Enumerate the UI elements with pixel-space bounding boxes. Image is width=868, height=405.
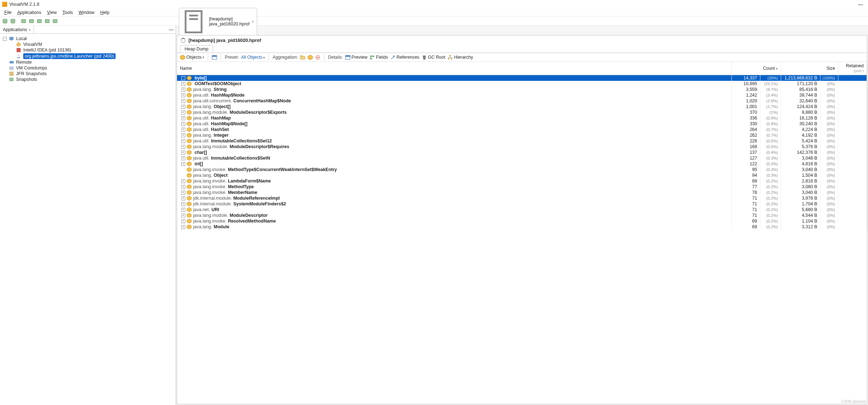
table-row[interactable]: +jdk.internal.module.SystemModuleFinders… [177,201,867,207]
expand-toggle[interactable]: + [181,111,185,114]
toolbar-btn-7[interactable] [52,18,59,25]
column-name[interactable]: Name [177,62,732,75]
expand-toggle[interactable]: + [181,191,185,195]
table-row[interactable]: +java.lang.module.ModuleDescriptor$Expor… [177,109,867,115]
heapdump-subtab[interactable]: Heap Dump [180,45,213,53]
close-icon[interactable]: × [252,19,254,24]
menu-view[interactable]: View [44,9,60,16]
aggregation-class-button[interactable] [300,55,305,60]
expand-toggle[interactable]: + [181,185,185,189]
tree-node[interactable]: VM Coredumps [1,65,174,71]
details-fields-button[interactable]: Fields [369,55,388,60]
expand-toggle[interactable]: + [181,122,185,126]
menu-file[interactable]: File [1,9,14,16]
expand-toggle[interactable]: + [181,128,185,132]
details-hierarchy-button[interactable]: Hierarchy [447,55,473,60]
column-size[interactable]: Size [781,62,838,75]
table-row[interactable]: +java.lang.invoke.MethodType77(0.2%)3,08… [177,184,867,190]
tree-node[interactable]: JFR Snapshots [1,71,174,77]
collapse-panel-button[interactable]: — [167,27,176,32]
menu-help[interactable]: Help [97,9,112,16]
tree-node[interactable]: -Local [1,36,174,42]
expand-toggle[interactable]: - [181,76,185,80]
expand-toggle[interactable]: + [181,219,185,223]
aggregation-none-button[interactable] [315,55,320,60]
menu-applications[interactable]: Applications [14,9,44,16]
table-row[interactable]: +java.util.ImmutableCollections$Set12226… [177,138,867,144]
tree-node[interactable]: Snapshots [1,77,174,82]
table-row[interactable]: +java.util.HashMap$Node1,242(3.4%)39,744… [177,92,867,98]
expand-toggle[interactable]: + [181,93,185,97]
tree-node[interactable]: VisualVM [1,42,174,47]
expand-toggle[interactable]: + [181,156,185,160]
menu-window[interactable]: Window [76,9,97,16]
table-row[interactable]: +java.util.concurrent.ConcurrentHashMap$… [177,98,867,104]
table-row[interactable]: +java.util.ImmutableCollections$SetN127(… [177,155,867,161]
table-row[interactable]: +int[]122(0.3%)4,816 B(0%) [177,161,867,167]
applications-tab[interactable]: Applications × [0,26,34,33]
menu-tools[interactable]: Tools [59,9,75,16]
toolbar-btn-5[interactable] [36,18,43,25]
expand-toggle[interactable]: + [181,116,185,120]
table-row[interactable]: +java.lang.invoke.LambdaForm$Name88(0.2%… [177,178,867,184]
expand-toggle[interactable]: + [181,202,185,206]
table-row[interactable]: +java.net.URI71(0.2%)5,680 B(0%) [177,207,867,213]
objects-table[interactable]: Name Count ▾ Size Retained (sort t -byte… [177,62,867,404]
expand-toggle[interactable]: + [181,225,185,229]
column-count[interactable]: Count ▾ [732,62,781,75]
expand-toggle[interactable]: + [181,145,185,149]
expand-toggle[interactable]: + [181,99,185,103]
aggregation-package-button[interactable] [308,55,313,60]
toolbar-btn-2[interactable] [9,18,16,25]
toolbar-btn-1[interactable] [1,18,9,25]
expand-toggle[interactable]: + [181,133,185,137]
expand-toggle[interactable]: + [181,139,185,143]
table-row[interactable]: +jdk.internal.module.ModuleReferenceImpl… [177,195,867,201]
details-references-button[interactable]: References [390,55,420,60]
table-row[interactable]: +java.lang.invoke.MemberName76(0.2%)3,04… [177,190,867,195]
table-row[interactable]: java.lang.Object94(0.3%)1,504 B(0%) [177,172,867,178]
table-row[interactable]: +java.lang.Module69(0.2%)3,312 B(0%) [177,224,867,230]
table-row[interactable]: +java.util.HashMap$Node[]330(0.9%)30,240… [177,121,867,127]
tree-node-label: VM Coredumps [16,65,47,70]
expand-toggle[interactable]: + [181,82,185,86]
table-row[interactable]: +java.lang.invoke.ResolvedMethodName69(0… [177,218,867,224]
tree-node[interactable]: IntelliJ IDEA (pid 10136) [1,47,174,53]
table-row[interactable]: java.lang.invoke.MethodType$ConcurrentWe… [177,167,867,172]
expand-toggle[interactable]: + [181,88,185,92]
expand-toggle[interactable]: + [181,208,185,212]
details-preview-button[interactable]: Preview [345,55,367,60]
table-row[interactable]: +java.lang.module.ModuleDescriptor$Requi… [177,144,867,150]
expand-toggle[interactable]: + [181,105,185,109]
table-row[interactable]: +java.lang.String3,559(9.7%)85,416 B(0%) [177,87,867,92]
expand-toggle[interactable]: + [181,214,185,218]
toolbar-btn-3[interactable] [20,18,27,25]
objects-dropdown[interactable]: Objects [180,55,204,60]
document-tab[interactable]: [heapdump] java_pid16020.hprof × [179,8,257,35]
expand-toggle[interactable]: - [3,37,7,41]
expand-toggle[interactable]: + [181,162,185,166]
table-row[interactable]: +java.lang.Object[]1,001(2.7%)124,424 B(… [177,104,867,109]
toolbar-btn-6[interactable] [44,18,51,25]
close-icon[interactable]: × [28,28,30,32]
table-row[interactable]: +java.util.HashMap336(0.9%)16,128 B(0%) [177,115,867,121]
table-row[interactable]: +java.util.HashSet264(0.7%)4,224 B(0%) [177,127,867,132]
expand-toggle[interactable]: + [181,179,185,183]
table-row[interactable]: +OOMTest$OOMObject10,695(29.1%)171,120 B… [177,81,867,87]
fields-icon [369,55,375,60]
expand-toggle[interactable]: + [181,151,185,155]
table-row[interactable]: +char[]137(0.4%)142,376 B(0%) [177,150,867,155]
toolbar-btn-4[interactable] [28,18,35,25]
applications-tree[interactable]: -LocalVisualVMIntelliJ IDEA (pid 10136)o… [0,34,176,405]
preset-dropdown[interactable]: All Objects [241,55,265,60]
table-row[interactable]: +java.lang.module.ModuleDescriptor71(0.2… [177,213,867,218]
table-row[interactable]: +java.lang.Integer262(0.7%)4,192 B(0%) [177,132,867,138]
tree-node[interactable]: org.jetbrains.jps.cmdline.Launcher (pid … [1,53,174,59]
details-gcroot-button[interactable]: GC Root [422,55,446,60]
minimize-button[interactable]: — [855,1,866,7]
expand-toggle[interactable]: + [181,196,185,200]
view-mode-button[interactable] [212,55,217,60]
column-retained[interactable]: Retained (sort t [838,62,867,75]
tree-node[interactable]: Remote [1,59,174,65]
table-row[interactable]: -byte[]14,337(39%)1,213,869,632 B(100%) [177,75,867,81]
